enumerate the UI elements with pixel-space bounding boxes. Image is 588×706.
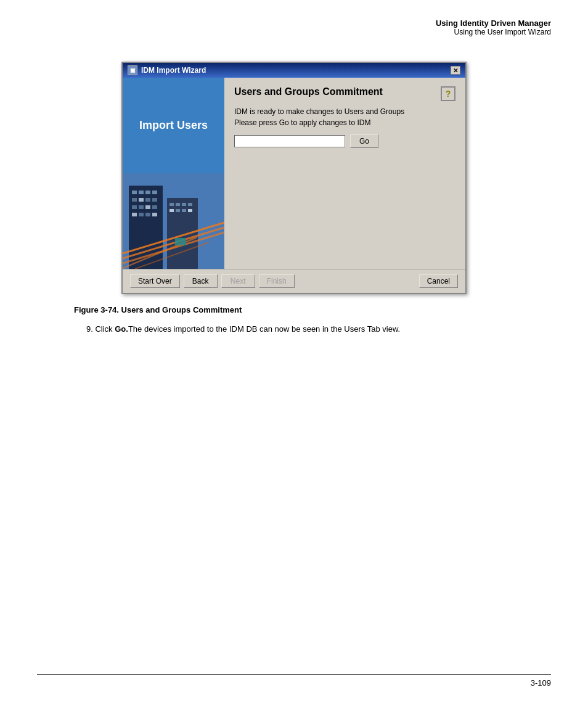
- svg-rect-3: [139, 191, 144, 194]
- svg-rect-22: [188, 203, 192, 206]
- svg-rect-18: [167, 198, 198, 269]
- svg-rect-26: [188, 209, 192, 212]
- header-title: Using Identity Driven Manager: [436, 18, 551, 28]
- panel-line1: IDM is ready to make changes to Users an…: [234, 107, 455, 116]
- header-subtitle: Using the User Import Wizard: [436, 28, 551, 36]
- svg-rect-23: [169, 209, 174, 212]
- page-content: ▣ IDM Import Wizard ✕ Import Users: [37, 62, 551, 335]
- figure-caption-text: Figure 3-74. Users and Groups Commitment: [74, 305, 242, 314]
- svg-rect-9: [152, 198, 157, 202]
- back-button[interactable]: Back: [184, 274, 218, 288]
- start-over-button[interactable]: Start Over: [130, 274, 180, 288]
- svg-rect-5: [152, 191, 157, 194]
- svg-rect-21: [182, 203, 186, 206]
- dialog-title: IDM Import Wizard: [141, 66, 206, 75]
- dialog-icon: ▣: [128, 65, 137, 75]
- page-number: 3-109: [0, 675, 588, 688]
- svg-rect-16: [145, 213, 150, 216]
- import-users-label: Import Users: [133, 113, 214, 138]
- svg-rect-32: [175, 238, 186, 245]
- go-button[interactable]: Go: [350, 134, 378, 148]
- svg-rect-7: [139, 198, 144, 202]
- svg-rect-11: [139, 205, 144, 209]
- help-button[interactable]: ?: [441, 86, 455, 101]
- svg-rect-13: [152, 205, 157, 209]
- dialog-titlebar: ▣ IDM Import Wizard ✕: [123, 63, 465, 78]
- step-prefix: 9. Click: [86, 324, 115, 334]
- step-text: 9. Click Go.The devices imported to the …: [86, 323, 518, 335]
- panel-header: Users and Groups Commitment ?: [234, 86, 455, 101]
- svg-rect-10: [132, 205, 137, 209]
- svg-rect-17: [152, 213, 157, 216]
- svg-rect-20: [176, 203, 180, 206]
- dialog-window: ▣ IDM Import Wizard ✕ Import Users: [121, 62, 467, 294]
- progress-row: Go: [234, 134, 455, 148]
- page-header: Using Identity Driven Manager Using the …: [436, 18, 551, 36]
- step-bold: Go.: [115, 324, 128, 334]
- close-button[interactable]: ✕: [451, 66, 460, 75]
- page-footer: 3-109: [0, 674, 588, 688]
- building-svg: [123, 173, 224, 269]
- titlebar-left: ▣ IDM Import Wizard: [128, 65, 206, 75]
- dialog-main: Import Users: [123, 78, 465, 269]
- left-panel: Import Users: [123, 78, 224, 269]
- finish-button[interactable]: Finish: [259, 274, 295, 288]
- dialog-body: Import Users: [123, 78, 465, 293]
- panel-line2: Please press Go to apply changes to IDM: [234, 118, 455, 127]
- svg-rect-12: [145, 205, 150, 209]
- svg-rect-8: [145, 198, 150, 202]
- import-users-banner: Import Users: [123, 78, 224, 173]
- cancel-button[interactable]: Cancel: [419, 274, 458, 288]
- svg-rect-14: [132, 213, 137, 216]
- right-panel: Users and Groups Commitment ? IDM is rea…: [224, 78, 465, 269]
- figure-caption: Figure 3-74. Users and Groups Commitment: [74, 305, 551, 314]
- svg-rect-6: [132, 198, 137, 202]
- svg-rect-25: [182, 209, 186, 212]
- svg-rect-15: [139, 213, 144, 216]
- step-rest: The devices imported to the IDM DB can n…: [128, 324, 400, 334]
- next-button[interactable]: Next: [221, 274, 255, 288]
- svg-rect-24: [176, 209, 180, 212]
- progress-input[interactable]: [234, 135, 345, 147]
- building-image: [123, 173, 224, 269]
- svg-rect-4: [145, 191, 150, 194]
- svg-rect-19: [169, 203, 174, 206]
- panel-title: Users and Groups Commitment: [234, 86, 383, 97]
- svg-rect-2: [132, 191, 137, 194]
- dialog-footer: Start Over Back Next Finish Cancel: [123, 269, 465, 293]
